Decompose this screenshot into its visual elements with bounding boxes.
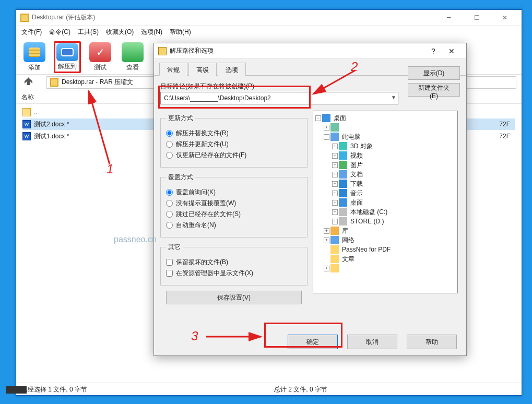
tree-node[interactable]: +音乐 [314, 188, 456, 198]
expand-icon[interactable]: + [324, 237, 329, 243]
dialog-icon [158, 47, 167, 55]
expand-icon[interactable]: + [332, 200, 338, 206]
arrow-2 [308, 68, 360, 99]
ok-button[interactable]: 确定 [288, 335, 338, 349]
folder-icon [339, 151, 347, 160]
overwrite-legend: 覆盖方式 [166, 173, 195, 182]
toolbar-view[interactable]: 查看 [120, 41, 146, 73]
overwrite-noask-label: 没有提示直接覆盖(W) [176, 199, 236, 208]
tree-label: 桌面 [334, 114, 346, 123]
tree-node[interactable]: PassNeo for PDF [314, 245, 456, 254]
toolbar-test[interactable]: 测试 [87, 41, 113, 73]
folder-icon [339, 208, 347, 216]
cancel-button[interactable]: 取消 [347, 335, 397, 349]
menu-file[interactable]: 文件(F) [21, 28, 42, 36]
expand-icon[interactable] [324, 256, 329, 262]
tree-label: PassNeo for PDF [342, 246, 391, 253]
archive-icon [50, 78, 58, 87]
expand-icon[interactable]: - [324, 134, 329, 140]
update-legend: 更新方式 [166, 114, 195, 123]
overwrite-ask-radio[interactable] [166, 189, 173, 196]
menu-tools[interactable]: 工具(S) [78, 28, 99, 36]
tree-node[interactable]: +下载 [314, 179, 456, 188]
toolbar-view-label: 查看 [126, 63, 139, 72]
close-button[interactable]: ✕ [494, 14, 515, 21]
toolbar-add[interactable]: 添加 [21, 41, 48, 73]
add-icon [23, 42, 45, 62]
keep-broken-checkbox[interactable] [166, 259, 173, 266]
dialog-title: 解压路径和选项 [170, 46, 425, 55]
tree-node[interactable]: +桌面 [314, 198, 456, 207]
expand-icon[interactable]: + [332, 219, 338, 224]
toolbar-extract-label: 解压到 [58, 62, 77, 71]
tree-node[interactable]: +网络 [314, 235, 456, 245]
update-update-radio[interactable] [166, 141, 173, 148]
expand-icon[interactable]: + [332, 153, 338, 159]
tab-advanced[interactable]: 高级 [188, 63, 217, 76]
side-buttons: 显示(D) 新建文件夹(E) [408, 66, 460, 97]
new-folder-button[interactable]: 新建文件夹(E) [408, 83, 460, 97]
update-fresh-radio[interactable] [166, 152, 173, 159]
tree-node[interactable]: +视频 [314, 151, 456, 160]
dialog-help-button[interactable]: ? [425, 47, 441, 55]
tree-node[interactable]: +文档 [314, 170, 456, 179]
path-text: Desktop.rar - RAR 压缩文 [62, 78, 133, 87]
tree-node[interactable]: +图片 [314, 160, 456, 170]
overwrite-skip-label: 跳过已经存在的文件(S) [176, 210, 241, 219]
tree-node[interactable]: -桌面 [314, 113, 456, 123]
window-controls: ━ ☐ ✕ [438, 14, 517, 21]
toolbar-extract[interactable]: 解压到 [54, 41, 81, 73]
overwrite-skip-radio[interactable] [166, 211, 173, 218]
overwrite-rename-radio[interactable] [166, 222, 173, 229]
tab-options[interactable]: 选项 [218, 63, 246, 76]
tree-node[interactable]: +本地磁盘 (C:) [314, 207, 456, 217]
tree-node[interactable]: +STORE (D:) [314, 217, 456, 226]
expand-icon[interactable]: - [315, 115, 321, 121]
dialog-close-button[interactable]: ✕ [441, 47, 462, 55]
minimize-button[interactable]: ━ [438, 14, 459, 21]
menu-favorites[interactable]: 收藏夹(O) [106, 28, 134, 36]
toolbar-add-label: 添加 [28, 63, 41, 72]
chevron-down-icon[interactable]: ▼ [391, 94, 396, 100]
help-button[interactable]: 帮助 [407, 335, 457, 349]
expand-icon[interactable] [324, 247, 329, 253]
tree-label: STORE (D:) [350, 218, 384, 225]
tree-node[interactable]: + [314, 123, 456, 132]
update-replace-radio[interactable] [166, 130, 173, 137]
expand-icon[interactable]: + [332, 209, 338, 215]
extract-icon [56, 43, 78, 61]
destination-path-input[interactable] [160, 92, 398, 104]
folder-icon [339, 170, 347, 179]
expand-icon[interactable]: + [332, 162, 338, 168]
folder-icon [339, 142, 347, 150]
expand-icon[interactable]: + [332, 181, 338, 187]
tree-node[interactable]: +3D 对象 [314, 141, 456, 151]
tree-node[interactable]: +库 [314, 226, 456, 235]
show-explorer-checkbox[interactable] [166, 270, 173, 277]
menu-options[interactable]: 选项(N) [141, 28, 162, 36]
tree-node[interactable]: -此电脑 [314, 132, 456, 141]
maximize-button[interactable]: ☐ [466, 14, 487, 21]
save-settings-button[interactable]: 保存设置(V) [166, 291, 302, 304]
tree-label: 文档 [350, 170, 363, 179]
expand-icon[interactable]: + [324, 266, 329, 271]
tree-label: 视频 [350, 151, 363, 160]
expand-icon[interactable]: + [324, 125, 329, 130]
expand-icon[interactable]: + [332, 144, 338, 149]
status-right: 总计 2 文件, 0 字节 [269, 383, 522, 395]
up-button[interactable]: 🡹 [16, 77, 41, 88]
folder-icon [339, 217, 347, 225]
show-button[interactable]: 显示(D) [408, 66, 460, 80]
tree-node[interactable]: + [314, 264, 456, 273]
expand-icon[interactable]: + [324, 228, 329, 234]
expand-icon[interactable]: + [332, 172, 338, 177]
folder-tree[interactable]: -桌面+-此电脑+3D 对象+视频+图片+文档+下载+音乐+桌面+本地磁盘 (C… [313, 111, 458, 293]
tree-node[interactable]: 文章 [314, 254, 456, 264]
menu-help[interactable]: 帮助(H) [170, 28, 191, 36]
tab-general[interactable]: 常规 [159, 63, 187, 76]
status-left: 已经选择 1 文件, 0 字节 [16, 383, 269, 395]
menu-command[interactable]: 命令(C) [49, 28, 70, 36]
overwrite-noask-radio[interactable] [166, 200, 173, 207]
expand-icon[interactable]: + [332, 191, 338, 196]
update-fresh-label: 仅更新已经存在的文件(F) [176, 151, 246, 160]
